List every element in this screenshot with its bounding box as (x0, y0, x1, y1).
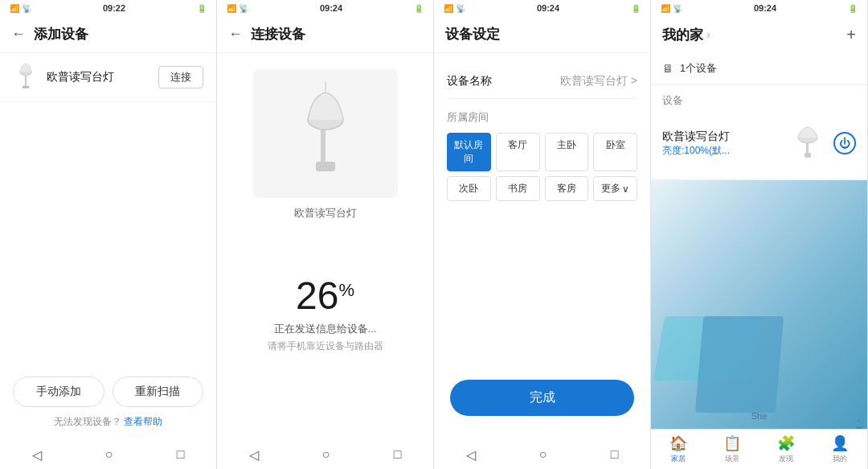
header-3: 设备设定 (434, 16, 650, 53)
status-bar-2: 📶 📡 09:24 🔋 (217, 0, 433, 16)
panel-device-settings: 📶 📡 09:24 🔋 设备设定 设备名称 欧普读写台灯 > 所属房间 默认房间… (434, 0, 651, 469)
home-title-row[interactable]: 我的家 › (662, 26, 710, 44)
device-icon-1 (13, 64, 39, 90)
page-title-1: 添加设备 (34, 25, 88, 43)
wifi-icon-4: 📶 (661, 4, 670, 13)
room-label: 所属房间 (447, 110, 637, 125)
nav-back-1[interactable]: ◁ (32, 447, 42, 463)
she-text: She (751, 411, 768, 421)
devices-section-title: 设备 (662, 93, 856, 108)
device-label-2: 欧普读写台灯 (294, 206, 357, 220)
device-card-image-1 (790, 122, 825, 164)
room-chip-master[interactable]: 主卧 (545, 133, 589, 171)
help-link[interactable]: 查看帮助 (124, 416, 162, 427)
device-card-status-1: 亮度:100%(默... (662, 144, 782, 158)
footer-buttons-1: 手动添加 重新扫描 (13, 376, 203, 407)
room-chip-second[interactable]: 次卧 (447, 176, 491, 201)
lamp-svg-large (285, 81, 366, 186)
signal-icons-4: 📶 📡 (661, 4, 682, 13)
back-button-1[interactable]: ← (11, 26, 26, 43)
lamp-card-svg (793, 124, 822, 163)
progress-text-2: 请将手机靠近设备与路由器 (268, 339, 383, 353)
tab-home[interactable]: 🏠 家居 (651, 430, 705, 469)
tab-profile[interactable]: 👤 我的 (813, 430, 867, 469)
tab-scene-icon: 📋 (723, 434, 741, 452)
tab-discover[interactable]: 🧩 发现 (760, 430, 813, 469)
wifi-icon-2: 📶 (227, 4, 236, 13)
device-card-1[interactable]: 欧普读写台灯 亮度:100%(默... ⏻ (662, 116, 856, 171)
device-list-item-1: 欧普读写台灯 连接 (0, 53, 216, 102)
lamp-svg-1 (13, 45, 39, 109)
time-2: 09:24 (320, 3, 342, 13)
panel-add-device: 📶 📡 09:22 🔋 ← 添加设备 欧普读写台灯 连接 (0, 0, 217, 469)
status-bar-1: 📶 📡 09:22 🔋 (0, 0, 216, 16)
device-card-name-1: 欧普读写台灯 (662, 130, 782, 144)
connecting-content: 欧普读写台灯 26 % 正在发送信息给设备... 请将手机靠近设备与路由器 (217, 53, 433, 440)
room-chip-living[interactable]: 客厅 (496, 133, 540, 171)
nav-recent-2[interactable]: □ (394, 447, 402, 462)
connect-button[interactable]: 连接 (158, 66, 203, 88)
room-chip-more[interactable]: 更多 ∨ (593, 176, 637, 201)
tab-scene-label: 场景 (725, 454, 739, 464)
progress-unit: % (338, 280, 354, 301)
tab-discover-label: 发现 (779, 454, 793, 464)
device-name-label: 设备名称 (447, 74, 492, 88)
home-tab-bar: 🏠 家居 📋 场景 🧩 发现 👤 我的 (651, 429, 867, 469)
devices-section: 设备 欧普读写台灯 亮度:100%(默... ⏻ (651, 85, 867, 179)
panel-connecting: 📶 📡 09:24 🔋 ← 连接设备 欧普读写台灯 26 % (217, 0, 434, 469)
manual-add-button[interactable]: 手动添加 (13, 376, 104, 407)
device-count-bar: 🖥 1个设备 (651, 53, 867, 84)
room-chip-bedroom[interactable]: 卧室 (593, 133, 637, 171)
battery-3: 🔋 (631, 4, 641, 13)
battery-2: 🔋 (414, 4, 424, 13)
signal-icon-4: 📡 (673, 4, 682, 13)
device-card-info-1: 欧普读写台灯 亮度:100%(默... (662, 130, 782, 158)
chevron-right-icon: › (706, 28, 710, 41)
nav-home-1[interactable]: ○ (105, 447, 113, 462)
nav-home-2[interactable]: ○ (322, 447, 330, 462)
device-count-icon: 🖥 (662, 62, 674, 75)
back-button-2[interactable]: ← (228, 26, 243, 43)
tab-home-label: 家居 (671, 454, 686, 464)
header-2: ← 连接设备 (217, 16, 433, 53)
status-bar-4: 📶 📡 09:24 🔋 (651, 0, 867, 16)
nav-recent-1[interactable]: □ (177, 447, 185, 462)
panel-footer-1: 手动添加 重新扫描 无法发现设备？ 查看帮助 (0, 365, 216, 440)
svg-rect-7 (805, 153, 811, 158)
tab-scene[interactable]: 📋 场景 (705, 430, 759, 469)
battery-4: 🔋 (848, 4, 858, 13)
device-name-value: 欧普读写台灯 > (560, 74, 637, 88)
rescan-button[interactable]: 重新扫描 (113, 376, 204, 407)
device-name-row[interactable]: 设备名称 欧普读写台灯 > (447, 64, 637, 99)
signal-icons-1: 📶 📡 (10, 4, 31, 13)
room-section: 所属房间 默认房间 客厅 主卧 卧室 次卧 书房 客房 更多 ∨ (447, 110, 637, 201)
add-device-button[interactable]: + (846, 26, 856, 44)
signal-icons-3: 📶 📡 (444, 4, 465, 13)
no-device-text: 无法发现设备？ (54, 416, 121, 427)
battery-icon-1: 🔋 (197, 4, 207, 13)
nav-bar-2: ◁ ○ □ (217, 440, 433, 469)
nav-back-2[interactable]: ◁ (249, 447, 259, 463)
battery-icon-2: 🔋 (414, 4, 424, 13)
room-chip-study[interactable]: 书房 (496, 176, 540, 201)
nav-recent-3[interactable]: □ (611, 447, 619, 462)
page-title-2: 连接设备 (251, 25, 305, 43)
nav-back-3[interactable]: ◁ (466, 447, 476, 463)
footer-help-text: 无法发现设备？ 查看帮助 (13, 415, 203, 429)
status-bar-3: 📶 📡 09:24 🔋 (434, 0, 650, 16)
home-title: 我的家 (662, 26, 703, 44)
page-title-3: 设备设定 (445, 25, 500, 43)
nav-home-3[interactable]: ○ (539, 447, 547, 462)
done-button[interactable]: 完成 (450, 380, 634, 416)
device-image-area (253, 69, 398, 198)
device-count-text: 1个设备 (680, 61, 717, 76)
power-button-1[interactable]: ⏻ (833, 132, 856, 154)
time-4: 09:24 (754, 3, 776, 13)
room-chip-guest[interactable]: 客房 (545, 176, 589, 201)
progress-number: 26 (296, 277, 338, 315)
power-icon-1: ⏻ (839, 137, 850, 150)
signal-icons-2: 📶 📡 (227, 4, 248, 13)
room-chip-default[interactable]: 默认房间 (447, 133, 491, 171)
tab-discover-icon: 🧩 (777, 434, 795, 452)
wifi-icon-1: 📶 (10, 4, 19, 13)
